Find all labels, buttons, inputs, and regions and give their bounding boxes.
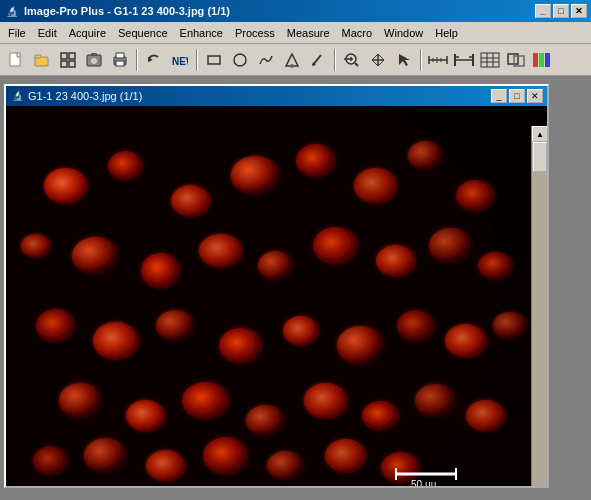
toolbar-sep-2 [196,49,198,71]
main-area: 🔬 G1-1 23 400-3.jpg (1/1) _ □ ✕ [0,76,591,500]
rect-button[interactable] [202,48,226,72]
svg-point-86 [203,437,249,475]
svg-point-67 [93,322,139,360]
menu-edit[interactable]: Edit [32,22,63,43]
svg-point-79 [304,383,348,419]
overlay-button[interactable] [504,48,528,72]
inner-minimize-button[interactable]: _ [491,89,507,103]
maximize-button[interactable]: □ [553,4,569,18]
app-title: Image-Pro Plus - G1-1 23 400-3.jpg (1/1) [24,5,535,17]
menu-process[interactable]: Process [229,22,281,43]
svg-rect-45 [545,53,550,67]
svg-point-66 [36,309,76,343]
menu-file[interactable]: File [2,22,32,43]
app-icon: 🔬 [4,3,20,19]
svg-rect-4 [69,53,75,59]
svg-point-59 [141,253,181,289]
menu-window[interactable]: Window [378,22,429,43]
svg-point-76 [126,400,166,432]
pen-button[interactable] [306,48,330,72]
svg-point-77 [182,382,230,420]
title-controls: _ □ ✕ [535,4,587,18]
inner-title: G1-1 23 400-3.jpg (1/1) [28,90,491,102]
select-button[interactable] [392,48,416,72]
svg-rect-15 [208,56,220,64]
new2-button[interactable]: NEW [168,48,192,72]
fill-button[interactable] [280,48,304,72]
channel-button[interactable] [530,48,554,72]
svg-rect-12 [116,61,124,66]
svg-point-81 [415,384,457,418]
caliper-button[interactable] [452,48,476,72]
toolbar-sep-1 [136,49,138,71]
svg-point-71 [337,326,385,366]
menu-macro[interactable]: Macro [336,22,379,43]
svg-point-50 [108,151,144,181]
grid2-button[interactable] [478,48,502,72]
svg-point-75 [59,383,103,419]
inner-title-bar: 🔬 G1-1 23 400-3.jpg (1/1) _ □ ✕ [6,86,547,106]
scroll-track [532,142,547,486]
svg-point-88 [325,439,367,473]
open-button[interactable] [30,48,54,72]
svg-point-49 [44,168,88,204]
inner-window: 🔬 G1-1 23 400-3.jpg (1/1) _ □ ✕ [4,84,549,488]
menu-sequence[interactable]: Sequence [112,22,174,43]
svg-point-69 [219,328,263,364]
new-button[interactable] [4,48,28,72]
pan-button[interactable] [366,48,390,72]
menu-enhance[interactable]: Enhance [174,22,229,43]
svg-rect-5 [61,61,67,67]
image-container: 50 μu ▲ ▼ [6,106,547,486]
svg-point-68 [156,310,196,342]
scroll-thumb[interactable] [533,142,547,172]
grid-button[interactable] [56,48,80,72]
toolbar-sep-4 [420,49,422,71]
svg-point-58 [72,237,120,275]
title-bar: 🔬 Image-Pro Plus - G1-1 23 400-3.jpg (1/… [0,0,591,22]
svg-point-51 [171,185,211,217]
freehand-button[interactable] [254,48,278,72]
svg-point-8 [91,58,97,64]
inner-close-button[interactable]: ✕ [527,89,543,103]
toolbar-sep-3 [334,49,336,71]
svg-point-63 [376,245,416,277]
svg-point-80 [362,401,400,431]
svg-point-61 [258,251,294,281]
circle-button[interactable] [228,48,252,72]
inner-app-icon: 🔬 [10,89,24,103]
svg-point-18 [290,64,294,68]
svg-point-60 [199,234,243,268]
zoom-button[interactable] [340,48,364,72]
svg-point-87 [267,451,305,481]
svg-point-62 [313,227,359,265]
measure-button[interactable] [426,48,450,72]
svg-rect-2 [35,55,41,58]
svg-point-55 [408,141,444,171]
scroll-up-button[interactable]: ▲ [532,126,547,142]
cells-visualization: 50 μu [6,106,547,486]
close-button[interactable]: ✕ [571,4,587,18]
svg-point-84 [84,438,128,474]
menu-measure[interactable]: Measure [281,22,336,43]
svg-rect-36 [481,53,499,67]
print-button[interactable] [108,48,132,72]
menu-acquire[interactable]: Acquire [63,22,112,43]
menu-help[interactable]: Help [429,22,464,43]
svg-point-52 [231,156,281,196]
svg-point-16 [234,54,246,66]
svg-point-82 [466,400,506,432]
svg-point-73 [445,324,487,358]
svg-rect-6 [69,61,75,67]
minimize-button[interactable]: _ [535,4,551,18]
svg-point-64 [429,228,473,264]
svg-text:50 μu: 50 μu [411,479,436,486]
vertical-scrollbar[interactable]: ▲ ▼ [531,126,547,486]
svg-point-54 [354,168,398,204]
capture-button[interactable] [82,48,106,72]
microscopy-image: 50 μu [6,106,547,486]
undo-button[interactable] [142,48,166,72]
svg-point-83 [33,446,69,476]
inner-maximize-button[interactable]: □ [509,89,525,103]
svg-point-57 [21,234,51,258]
